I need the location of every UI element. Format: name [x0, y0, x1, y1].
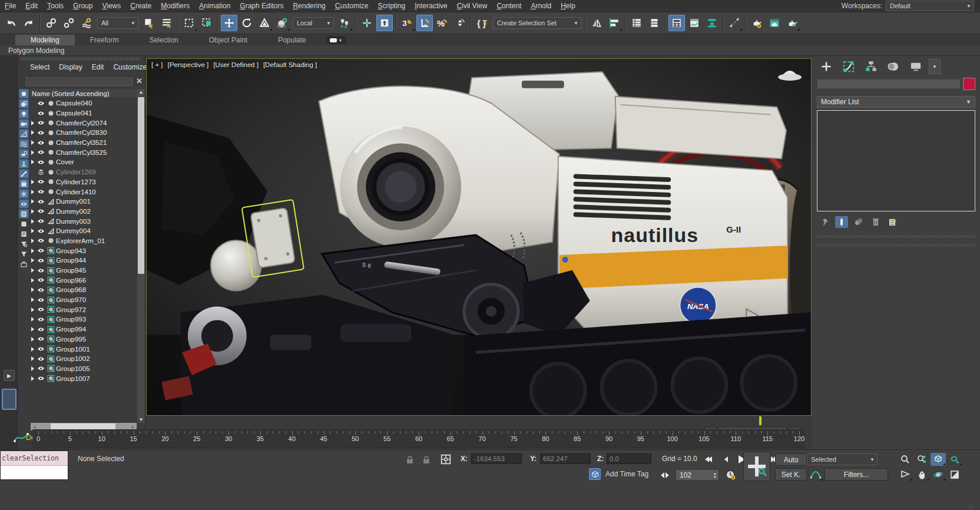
y-coordinate-field[interactable]: 652.247	[540, 453, 591, 464]
go-to-start-button[interactable]	[701, 453, 716, 466]
visibility-eye-icon[interactable]	[36, 306, 46, 313]
use-pivot-point-center-button[interactable]	[336, 15, 353, 31]
scroll-right-icon[interactable]: ›	[128, 424, 137, 430]
spinner-snap-toggle-button[interactable]	[452, 15, 468, 31]
expand-arrow-icon[interactable]	[29, 337, 36, 342]
expand-arrow-icon[interactable]	[29, 140, 36, 145]
visibility-eye-icon[interactable]	[36, 257, 46, 264]
curve-editor-button[interactable]	[686, 15, 703, 31]
explorer-row-ChamferCyl3521[interactable]: ChamferCyl3521	[29, 138, 137, 148]
select-and-scale-button[interactable]	[256, 15, 273, 31]
explorer-row-Group970[interactable]: Group970	[29, 295, 137, 305]
visibility-eye-icon[interactable]	[36, 375, 46, 382]
visibility-eye-icon[interactable]	[36, 110, 46, 117]
filter-cameras-icon[interactable]	[19, 119, 29, 128]
expand-arrow-icon[interactable]	[29, 249, 36, 253]
scroll-down-icon[interactable]: ▼	[137, 417, 145, 422]
visibility-eye-icon[interactable]	[36, 247, 46, 254]
scroll-left-icon[interactable]: ‹	[31, 424, 39, 430]
expand-arrow-icon[interactable]	[29, 130, 36, 135]
expand-arrow-icon[interactable]	[29, 258, 36, 263]
visibility-eye-icon[interactable]	[36, 188, 46, 196]
menu-graph-editors[interactable]: Graph Editors	[235, 0, 288, 12]
explorer-row-ChamferCyl2830[interactable]: ChamferCyl2830	[29, 128, 137, 138]
explorer-menu-customize[interactable]: Customize	[109, 63, 151, 71]
explorer-row-Capsule041[interactable]: Capsule041	[29, 108, 137, 118]
menu-help[interactable]: Help	[556, 0, 580, 12]
visibility-eye-icon[interactable]	[36, 355, 46, 363]
explorer-row-Dummy003[interactable]: Dummy003	[29, 216, 137, 226]
visibility-eye-icon[interactable]	[36, 286, 46, 294]
filter-xrefs-icon[interactable]	[19, 159, 29, 168]
explorer-row-Capsule040[interactable]: Capsule040	[29, 98, 137, 108]
orbit-button[interactable]	[931, 468, 946, 481]
field-of-view-button[interactable]	[898, 468, 913, 481]
expand-arrow-icon[interactable]	[29, 327, 36, 332]
previous-frame-step-button[interactable]	[717, 453, 733, 466]
explorer-row-ChamferCyl3525[interactable]: ChamferCyl3525	[29, 147, 137, 157]
filter-spacewarps-icon[interactable]	[19, 139, 29, 148]
menu-content[interactable]: Content	[492, 0, 526, 12]
select-by-name-button[interactable]	[158, 15, 175, 31]
explorer-vertical-scrollbar[interactable]: ▲ ▼	[137, 89, 145, 423]
explorer-row-Group993[interactable]: Group993	[29, 314, 137, 324]
viewport-menu-shading[interactable]: [Default Shading ]	[263, 61, 317, 68]
filter-funnel-config-icon[interactable]	[19, 239, 29, 249]
menu-civil-view[interactable]: Civil View	[452, 0, 492, 12]
visibility-eye-icon[interactable]	[36, 217, 46, 225]
zoom-extents-all-button[interactable]	[947, 453, 962, 466]
expand-panel-button[interactable]: ▶	[4, 370, 15, 381]
render-production-button[interactable]	[784, 15, 800, 31]
snaps-toggle-button[interactable]: 3	[399, 15, 415, 31]
visibility-eye-icon[interactable]	[36, 207, 46, 215]
explorer-menu-edit[interactable]: Edit	[88, 63, 108, 71]
zoom-extents-selected-button[interactable]	[931, 453, 946, 466]
ribbon-panel-row[interactable]: Polygon Modeling	[0, 45, 980, 56]
isolate-selection-icon[interactable]	[405, 455, 415, 465]
visibility-eye-icon[interactable]	[36, 198, 46, 206]
auto-key-button[interactable]: Auto	[775, 453, 807, 466]
tab-hierarchy[interactable]	[860, 59, 882, 74]
filter-selection-sets-icon[interactable]	[19, 219, 29, 228]
rendered-frame-window-button[interactable]	[766, 15, 783, 31]
explorer-row-Group968[interactable]: Group968	[29, 285, 137, 295]
explorer-row-Group943[interactable]: Group943	[29, 246, 137, 256]
x-coordinate-field[interactable]: -1634.553	[471, 453, 522, 464]
window-resize-grip[interactable]: ∷	[969, 504, 974, 510]
time-slider-marker[interactable]	[759, 416, 762, 425]
angle-snap-toggle-button[interactable]	[416, 15, 433, 31]
expand-arrow-icon[interactable]	[29, 347, 36, 352]
filter-frozen-icon[interactable]	[19, 189, 29, 198]
expand-arrow-icon[interactable]	[29, 150, 36, 155]
maxscript-mini-listener[interactable]: clearSelection	[0, 451, 68, 480]
visibility-eye-icon[interactable]	[36, 237, 46, 244]
ribbon-tab-selection[interactable]: Selection	[134, 35, 193, 45]
edit-named-selection-sets-button[interactable]: { }	[474, 15, 491, 31]
filter-containers-icon[interactable]	[19, 179, 29, 188]
expand-arrow-icon[interactable]	[29, 239, 36, 243]
filter-materials-icon[interactable]	[19, 209, 29, 218]
explorer-row-Cylinder1269[interactable]: Cylinder1269	[29, 167, 137, 177]
visibility-eye-icon[interactable]	[36, 365, 46, 372]
visibility-eye-icon[interactable]	[36, 148, 46, 156]
absolute-mode-toggle-icon[interactable]	[441, 454, 451, 465]
select-and-move-button[interactable]	[221, 15, 237, 31]
scrollbar-thumb[interactable]	[138, 97, 144, 274]
explorer-row-ChamferCyl2074[interactable]: ChamferCyl2074	[29, 118, 137, 128]
expand-arrow-icon[interactable]	[29, 219, 36, 224]
listener-script-line[interactable]	[1, 466, 68, 479]
explorer-row-Group966[interactable]: Group966	[29, 275, 137, 285]
layer-override-icon[interactable]	[36, 168, 46, 176]
menu-animation[interactable]: Animation	[194, 0, 235, 12]
selection-filter-dropdown[interactable]: All▼	[97, 17, 138, 29]
modifier-stack[interactable]	[817, 110, 975, 211]
explorer-row-Group995[interactable]: Group995	[29, 335, 137, 345]
viewport-menu-general[interactable]: [ + ]	[151, 61, 163, 68]
visibility-eye-icon[interactable]	[36, 129, 46, 137]
expand-arrow-icon[interactable]	[29, 317, 36, 322]
visibility-eye-icon[interactable]	[36, 100, 46, 107]
rectangular-selection-region-button[interactable]	[181, 15, 197, 31]
dope-sheet-button[interactable]	[704, 15, 720, 31]
menu-scripting[interactable]: Scripting	[373, 0, 410, 12]
explorer-row-Cylinder1410[interactable]: Cylinder1410	[29, 187, 137, 197]
